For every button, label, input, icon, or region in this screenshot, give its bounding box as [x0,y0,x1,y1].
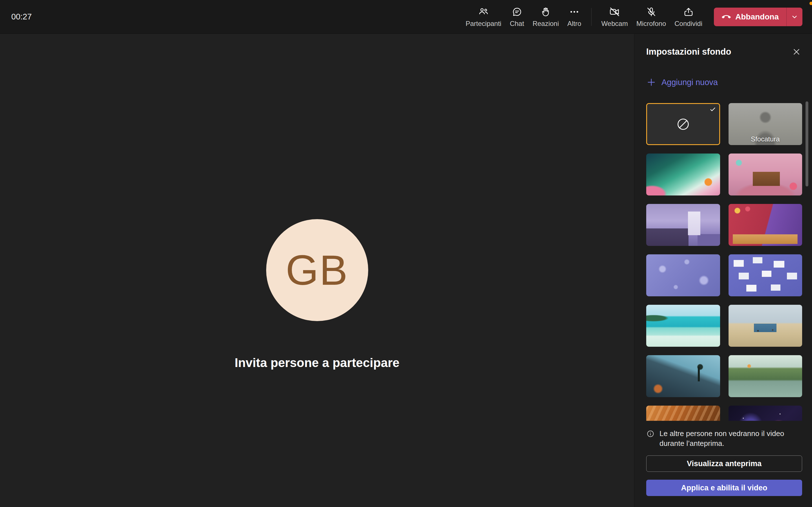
toolbar-buttons: Partecipanti Chat [461,6,802,27]
chat-icon [511,6,523,18]
microphone-off-icon [646,6,657,18]
plus-icon [646,77,656,87]
microphone-label: Microfono [637,20,666,27]
toolbar-divider [591,8,592,26]
background-option-galaxy[interactable] [728,406,802,421]
webcam-label: Webcam [601,20,628,27]
avatar: GB [266,219,368,321]
background-option-abstract-waves[interactable] [646,154,720,195]
background-option-birthday[interactable] [728,154,802,195]
participants-label: Partecipanti [465,20,501,27]
meeting-stage: GB Invita persone a partecipare [0,34,634,507]
preview-info-text: Le altre persone non vedranno il video d… [659,429,792,448]
close-button[interactable] [791,46,802,57]
more-label: Altro [567,20,581,27]
share-icon [683,6,694,18]
background-options-grid: Sfocatura [646,103,802,421]
leave-label: Abbandona [735,12,779,21]
no-background-icon [675,116,691,132]
reactions-label: Reazioni [532,20,559,27]
background-option-blur[interactable]: Sfocatura [728,103,802,145]
background-option-red-purple-shelf[interactable] [728,204,802,246]
apply-button[interactable]: Applica e abilita il video [646,480,802,496]
teams-meeting-window: 00:27 Partecipanti [0,0,812,507]
share-button[interactable]: Condividi [670,6,707,27]
participants-button[interactable]: Partecipanti [461,6,506,27]
chevron-down-icon [791,13,799,21]
background-option-sticky-notes[interactable] [728,255,802,296]
background-option-beach-people[interactable] [728,305,802,347]
background-settings-panel: Impostazioni sfondo Aggiungi nuova Sfoca… [634,34,812,507]
participants-icon [478,6,489,18]
meeting-toolbar: 00:27 Partecipanti [0,0,812,34]
background-option-orange-canyon[interactable] [646,406,720,421]
add-new-background-button[interactable]: Aggiungi nuova [646,77,718,87]
leave-button[interactable]: Abbandona [714,8,786,26]
preview-info-row: Le altre persone non vedranno il video d… [646,429,802,448]
background-option-green-valley[interactable] [728,355,802,397]
background-option-tropical-beach[interactable] [646,305,720,347]
microphone-button[interactable]: Microfono [632,6,670,27]
leave-button-group: Abbandona [714,8,802,26]
reactions-hand-icon [540,6,552,18]
close-icon [792,47,801,56]
leave-options-chevron[interactable] [786,8,802,26]
more-button[interactable]: Altro [563,6,585,27]
meeting-timer: 00:27 [11,12,32,21]
more-dots-icon [569,6,580,18]
selected-check-icon [709,106,716,113]
preview-button[interactable]: Visualizza anteprima [646,455,802,472]
webcam-button[interactable]: Webcam [597,6,632,27]
background-option-canyon-tree[interactable] [646,355,720,397]
panel-title: Impostazioni sfondo [646,47,731,57]
panel-scrollbar-thumb[interactable] [806,101,808,186]
hangup-icon [721,12,731,22]
share-label: Condividi [674,20,702,27]
webcam-off-icon [609,6,620,18]
background-option-none[interactable] [646,103,720,145]
add-new-label: Aggiungi nuova [661,78,718,87]
panel-header: Impostazioni sfondo [646,46,802,57]
info-icon [646,430,655,438]
chat-label: Chat [510,20,524,27]
background-option-label: Sfocatura [728,135,802,143]
invite-text: Invita persone a partecipare [0,356,634,370]
background-option-purple-fluffy[interactable] [646,255,720,296]
notification-dot [809,2,812,5]
chat-button[interactable]: Chat [506,6,528,27]
reactions-button[interactable]: Reazioni [528,6,563,27]
background-option-lavender-room[interactable] [646,204,720,246]
